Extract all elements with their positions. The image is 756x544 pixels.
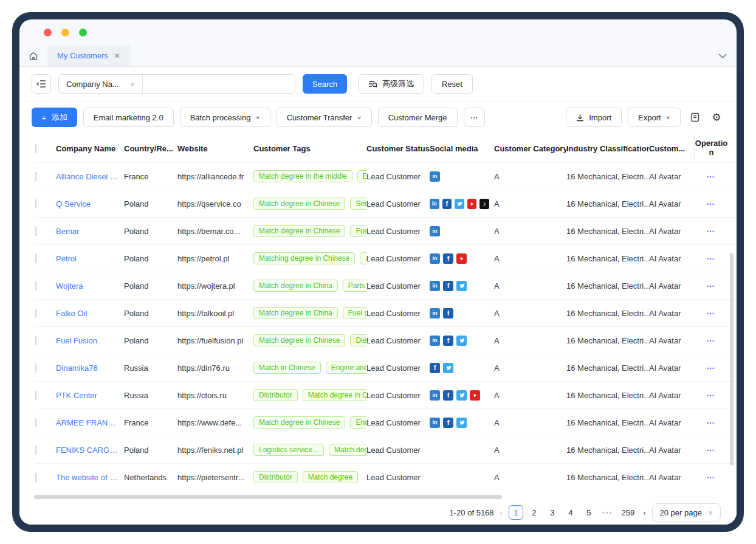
row-operations-button[interactable]: ⋯ xyxy=(694,309,728,318)
row-operations-button[interactable]: ⋯ xyxy=(694,336,728,345)
twitter-icon[interactable] xyxy=(455,199,464,209)
linkedin-icon[interactable]: in xyxy=(430,336,440,346)
home-icon[interactable] xyxy=(19,45,47,66)
tiktok-icon[interactable]: ♪ xyxy=(479,199,489,209)
row-checkbox[interactable] xyxy=(35,418,36,427)
twitter-icon[interactable] xyxy=(456,336,467,346)
row-checkbox[interactable] xyxy=(35,199,36,208)
batch-processing-button[interactable]: Batch processing ∨ xyxy=(180,108,270,127)
row-checkbox[interactable] xyxy=(35,254,36,263)
company-link[interactable]: Alliance Diesel R... xyxy=(56,172,119,181)
company-link[interactable]: FENIKS CARGO S... xyxy=(56,446,119,455)
search-button[interactable]: Search xyxy=(303,74,347,94)
row-operations-button[interactable]: ⋯ xyxy=(694,363,728,373)
twitter-icon[interactable] xyxy=(456,281,467,291)
company-link[interactable]: Petrol xyxy=(56,254,119,263)
tab-my-customers[interactable]: My Customers ✕ xyxy=(47,45,130,66)
prev-page-icon[interactable]: ‹ xyxy=(500,508,503,517)
page-last[interactable]: 259 xyxy=(619,505,637,520)
next-page-icon[interactable]: › xyxy=(643,508,645,517)
company-link[interactable]: Q Service xyxy=(56,199,119,208)
linkedin-icon[interactable]: in xyxy=(430,390,440,401)
saved-views-icon[interactable] xyxy=(687,112,703,122)
row-checkbox[interactable] xyxy=(35,363,36,373)
linkedin-icon[interactable]: in xyxy=(430,308,440,318)
reset-button[interactable]: Reset xyxy=(431,74,473,94)
filter-collapse-icon[interactable] xyxy=(32,74,51,94)
tabbar-chevron-down-icon[interactable] xyxy=(709,45,737,66)
row-checkbox[interactable] xyxy=(35,227,36,236)
settings-gear-icon[interactable]: ⚙ xyxy=(709,111,724,124)
row-operations-button[interactable]: ⋯ xyxy=(694,446,728,455)
import-button[interactable]: Import xyxy=(566,108,622,127)
row-operations-button[interactable]: ⋯ xyxy=(694,473,728,482)
linkedin-icon[interactable]: in xyxy=(430,199,439,209)
page-1[interactable]: 1 xyxy=(509,505,523,520)
add-button[interactable]: + 添加 xyxy=(32,108,77,127)
advanced-filter-button[interactable]: 高级筛选 xyxy=(358,74,424,94)
select-all-checkbox[interactable] xyxy=(35,144,36,153)
facebook-icon[interactable]: f xyxy=(430,363,440,373)
tab-close-icon[interactable]: ✕ xyxy=(114,52,120,60)
minimize-window-dot[interactable] xyxy=(61,29,69,36)
row-checkbox[interactable] xyxy=(35,172,36,181)
row-operations-button[interactable]: ⋯ xyxy=(694,418,728,427)
more-actions-button[interactable]: ⋯ xyxy=(464,108,485,127)
company-link[interactable]: Falko Oil xyxy=(56,309,119,318)
linkedin-icon[interactable]: in xyxy=(430,418,440,428)
row-checkbox[interactable] xyxy=(35,336,36,345)
page-ellipsis[interactable]: ••• xyxy=(602,509,613,516)
row-checkbox[interactable] xyxy=(35,473,36,482)
company-link[interactable]: The website of pi... xyxy=(56,473,119,482)
page-2[interactable]: 2 xyxy=(527,505,541,520)
company-link[interactable]: Fuel Fusion xyxy=(56,336,119,345)
linkedin-icon[interactable]: in xyxy=(430,226,440,236)
row-checkbox[interactable] xyxy=(35,309,36,318)
company-link[interactable]: Dinamika76 xyxy=(56,363,119,373)
per-page-select[interactable]: 20 per page ∨ xyxy=(652,503,721,522)
company-link[interactable]: ARMEE FRANCAI... xyxy=(56,418,119,427)
row-operations-button[interactable]: ⋯ xyxy=(694,391,728,400)
page-5[interactable]: 5 xyxy=(582,505,596,520)
export-button[interactable]: Export ∨ xyxy=(628,108,681,127)
facebook-icon[interactable]: f xyxy=(443,308,453,318)
linkedin-icon[interactable]: in xyxy=(430,281,440,291)
facebook-icon[interactable]: f xyxy=(443,418,453,428)
row-operations-button[interactable]: ⋯ xyxy=(694,281,728,291)
youtube-icon[interactable] xyxy=(456,253,467,264)
twitter-icon[interactable] xyxy=(456,418,467,428)
row-checkbox[interactable] xyxy=(35,281,36,291)
row-operations-button[interactable]: ⋯ xyxy=(694,254,728,263)
company-link[interactable]: PTK Center xyxy=(56,391,119,400)
facebook-icon[interactable]: f xyxy=(442,199,452,209)
page-4[interactable]: 4 xyxy=(563,505,578,520)
horizontal-scrollbar[interactable] xyxy=(34,495,502,499)
customer-merge-button[interactable]: Customer Merge xyxy=(378,108,458,127)
linkedin-icon[interactable]: in xyxy=(430,253,440,264)
youtube-icon[interactable] xyxy=(467,199,477,209)
facebook-icon[interactable]: f xyxy=(443,336,453,346)
row-checkbox[interactable] xyxy=(35,391,36,400)
close-window-dot[interactable] xyxy=(44,29,52,36)
row-operations-button[interactable]: ⋯ xyxy=(694,227,728,236)
row-operations-button[interactable]: ⋯ xyxy=(694,199,728,208)
youtube-icon[interactable] xyxy=(470,390,480,401)
company-link[interactable]: Bemar xyxy=(56,227,119,236)
customer-transfer-button[interactable]: Customer Transfer ∨ xyxy=(277,108,372,127)
page-3[interactable]: 3 xyxy=(545,505,560,520)
company-link[interactable]: Wojtera xyxy=(56,281,119,291)
maximize-window-dot[interactable] xyxy=(79,29,87,36)
facebook-icon[interactable]: f xyxy=(443,390,453,401)
linkedin-icon[interactable]: in xyxy=(430,171,440,182)
email-marketing-button[interactable]: Email marketing 2.0 xyxy=(83,108,174,127)
row-operations-button[interactable]: ⋯ xyxy=(694,172,728,181)
search-field-select[interactable]: Company Na... ∨ xyxy=(59,75,143,93)
chevron-down-icon: ∨ xyxy=(708,509,713,517)
row-checkbox[interactable] xyxy=(35,446,36,455)
twitter-icon[interactable] xyxy=(443,363,453,373)
vertical-scrollbar[interactable] xyxy=(730,253,734,466)
facebook-icon[interactable]: f xyxy=(443,253,453,264)
twitter-icon[interactable] xyxy=(456,390,467,401)
facebook-icon[interactable]: f xyxy=(443,281,453,291)
search-input[interactable] xyxy=(143,75,295,93)
